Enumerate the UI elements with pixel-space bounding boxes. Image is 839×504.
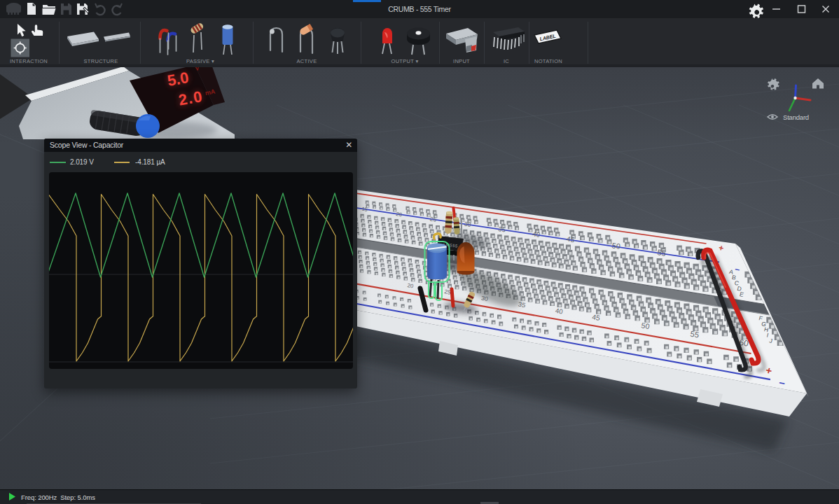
svg-text:Freq: 200Hz Step: 5.0ms: Freq: 200Hz Step: 5.0ms (21, 493, 95, 501)
svg-text:Standard: Standard (783, 113, 809, 121)
svg-text:15: 15 (361, 206, 368, 213)
svg-text:40: 40 (555, 307, 563, 316)
svg-text:40: 40 (532, 230, 541, 239)
svg-text:35: 35 (498, 225, 506, 233)
svg-text:50: 50 (611, 241, 621, 251)
svg-text:50: 50 (641, 321, 651, 330)
svg-text:55: 55 (657, 248, 667, 258)
svg-text:CRUMB - 555 Timer: CRUMB - 555 Timer (388, 5, 451, 13)
svg-text:5.0: 5.0 (166, 69, 190, 90)
svg-text:45: 45 (566, 235, 575, 244)
svg-text:55: 55 (690, 330, 700, 340)
svg-text:30: 30 (464, 220, 471, 228)
svg-text:45: 45 (592, 313, 601, 322)
